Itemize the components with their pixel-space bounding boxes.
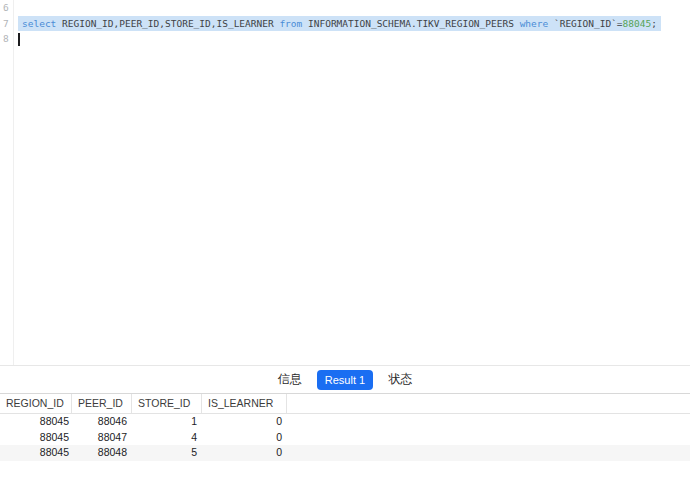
table-row[interactable]: 88045 88048 5 0	[0, 445, 690, 461]
tab-status[interactable]: 状态	[382, 368, 418, 391]
column-header-store-id[interactable]: STORE_ID	[132, 394, 202, 413]
editor-line-7[interactable]: 7 select REGION_ID,PEER_ID,STORE_ID,IS_L…	[0, 16, 690, 32]
table-cell-filler	[287, 445, 690, 461]
tab-result-1[interactable]: Result 1	[317, 370, 373, 390]
column-header-region-id[interactable]: REGION_ID	[0, 394, 72, 413]
table-cell-peer-id[interactable]: 88047	[72, 430, 132, 446]
result-tab-bar: 信息 Result 1 状态	[0, 365, 690, 393]
table-cell-peer-id[interactable]: 88046	[72, 414, 132, 430]
column-header-is-learner[interactable]: IS_LEARNER	[202, 394, 287, 413]
table-row[interactable]: 88045 88046 1 0	[0, 414, 690, 430]
sql-editor[interactable]: 6 7 select REGION_ID,PEER_ID,STORE_ID,IS…	[0, 0, 690, 365]
sql-punctuation: ;	[651, 18, 657, 29]
table-cell-peer-id[interactable]: 88048	[72, 445, 132, 461]
table-cell-region-id[interactable]: 88045	[0, 430, 72, 446]
tab-info[interactable]: 信息	[272, 368, 308, 391]
line-number: 8	[0, 31, 13, 47]
table-cell-filler	[287, 430, 690, 446]
table-cell-is-learner[interactable]: 0	[202, 430, 287, 446]
table-cell-store-id[interactable]: 4	[132, 430, 202, 446]
table-cell-filler	[287, 414, 690, 430]
sql-keyword: select	[22, 18, 56, 29]
gutter-divider	[13, 0, 14, 365]
sql-keyword: from	[279, 18, 302, 29]
column-header-filler	[287, 394, 690, 413]
results-grid-header: REGION_ID PEER_ID STORE_ID IS_LEARNER	[0, 393, 690, 414]
table-cell-is-learner[interactable]: 0	[202, 445, 287, 461]
table-cell-store-id[interactable]: 5	[132, 445, 202, 461]
column-header-peer-id[interactable]: PEER_ID	[72, 394, 132, 413]
table-cell-is-learner[interactable]: 0	[202, 414, 287, 430]
sql-keyword: where	[520, 18, 549, 29]
table-row[interactable]: 88045 88047 4 0	[0, 430, 690, 446]
table-cell-store-id[interactable]: 1	[132, 414, 202, 430]
editor-line-6[interactable]: 6	[0, 0, 690, 16]
line-number: 7	[0, 16, 13, 32]
table-cell-region-id[interactable]: 88045	[0, 414, 72, 430]
sql-identifiers: `REGION_ID`=	[548, 18, 622, 29]
selected-query-text: select REGION_ID,PEER_ID,STORE_ID,IS_LEA…	[18, 16, 661, 32]
text-cursor	[18, 33, 20, 46]
sql-identifiers: INFORMATION_SCHEMA.TIKV_REGION_PEERS	[302, 18, 519, 29]
line-number: 6	[0, 0, 13, 16]
sql-identifiers: REGION_ID,PEER_ID,STORE_ID,IS_LEARNER	[56, 18, 279, 29]
results-grid: REGION_ID PEER_ID STORE_ID IS_LEARNER 88…	[0, 393, 690, 461]
editor-line-text: select REGION_ID,PEER_ID,STORE_ID,IS_LEA…	[13, 16, 661, 32]
table-cell-region-id[interactable]: 88045	[0, 445, 72, 461]
editor-line-text	[13, 31, 20, 47]
sql-number-literal: 88045	[623, 18, 652, 29]
editor-line-8[interactable]: 8	[0, 31, 690, 47]
